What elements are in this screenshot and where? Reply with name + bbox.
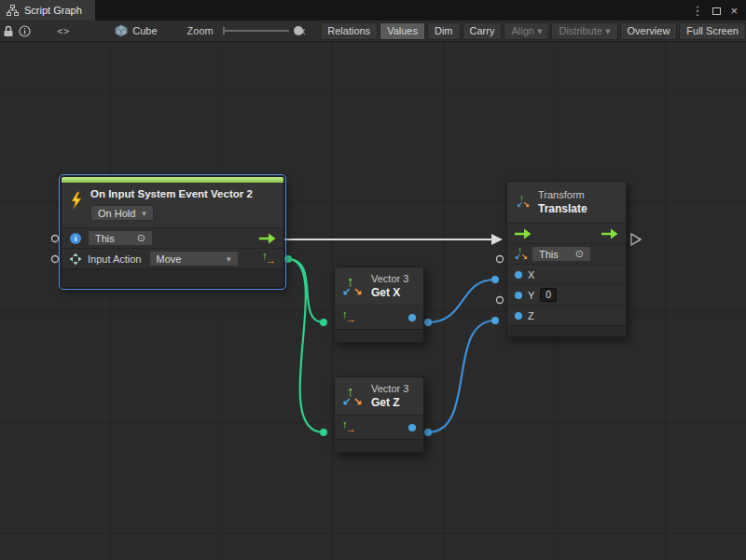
transform-this-dropdown[interactable]: This ⊙ [532,246,591,262]
getz-input-dot[interactable] [320,429,327,436]
getx-node-header: ↑ ↙ ↘ Vector 3 Get X [335,267,423,305]
event-node-title: On Input System Event Vector 2 [90,188,253,199]
axis-down-right-arrow-icon: ↘ [523,201,530,209]
vector2-output-port-icon[interactable]: ↑ → [262,252,276,266]
transform-flow-row [507,223,626,243]
node-vector3-get-z[interactable]: ↑ ↙ ↘ Vector 3 Get Z ↑ → [334,376,424,453]
transform-y-row: Y 0 [507,284,626,305]
axis-down-left-arrow-icon: ↙ [342,286,351,296]
toolbar-button-distribute[interactable]: Distribute ▾ [551,22,617,40]
vector2-output-dot[interactable] [284,255,292,263]
tab-script-graph[interactable]: Script Graph [0,0,95,20]
target-icon: ⊙ [137,232,145,244]
wire-vector2-to-getz[interactable] [288,259,324,432]
graph-toolbar: <> Cube Zoom 1x Relations Values Dim Car… [0,20,746,42]
transform-z-input-dot[interactable] [491,317,499,324]
axis-right-arrow-icon: → [346,314,356,324]
vector3-icon: ↑ ↙ ↘ [342,385,363,407]
target-object-chip[interactable]: Cube [115,24,157,37]
transform-y-port-circle[interactable] [497,297,504,304]
flow-output-port[interactable] [601,228,618,239]
toolbar-buttons: Relations Values Dim Carry Align ▾ Distr… [320,22,746,40]
z-input-port[interactable] [515,312,522,320]
vector3-input-port-icon[interactable]: ↑ → [342,420,356,434]
event-action-port-circle[interactable] [52,256,59,263]
y-port-label: Y [528,290,534,301]
getz-type: Vector 3 [371,383,408,394]
kebab-menu-icon[interactable]: ⋮ [691,5,703,17]
toolbar-button-values[interactable]: Values [380,22,425,40]
z-output-port[interactable] [408,424,416,431]
zoom-slider-track[interactable] [223,30,289,32]
cube-icon [115,24,128,37]
transform-this-port-circle[interactable] [497,256,504,263]
input-action-value: Move [157,253,182,265]
toolbar-button-relations[interactable]: Relations [320,22,378,40]
input-action-label: Input Action [88,253,142,265]
info-glyph [19,25,31,37]
x-input-port[interactable] [515,271,522,279]
getx-node-footer [335,329,423,342]
node-vector3-get-x[interactable]: ↑ ↙ ↘ Vector 3 Get X ↑ → [334,266,424,343]
getx-operation: Get X [371,286,408,299]
z-port-label: Z [528,310,534,321]
target-icon: ⊙ [575,248,584,260]
window-controls: ⋮ × [691,0,746,20]
flow-output-port[interactable] [259,233,276,244]
transform-category: Transform [538,189,587,200]
input-action-dropdown[interactable]: Move ▾ [149,251,239,266]
zoom-slider-thumb[interactable] [294,26,303,35]
unity-graph-window: Script Graph ⋮ × <> [0,0,746,560]
maximize-square [712,7,721,15]
node-transform-translate[interactable]: ↑ ↙ ↘ Transform Translate [506,181,627,337]
toolbar-button-dim[interactable]: Dim [427,22,461,40]
toolbar-button-fullscreen[interactable]: Full Screen [679,22,746,40]
maximize-icon[interactable] [712,5,721,17]
zoom-slider[interactable] [223,25,289,36]
transform-z-row: Z [507,305,626,325]
y-input-port[interactable] [515,292,522,299]
transform-header-text: Transform Translate [538,189,587,215]
getz-output-dot[interactable] [424,429,432,436]
axis-down-right-arrow-icon: ↘ [521,253,528,261]
wire-getx-to-x[interactable] [428,280,495,322]
wire-vector2-to-getx[interactable] [288,259,324,322]
close-icon[interactable]: × [730,5,738,17]
event-this-dropdown[interactable]: This ⊙ [88,230,153,246]
event-mode-dropdown[interactable]: On Hold ▾ [90,205,154,221]
axis-right-arrow-icon: → [266,255,276,266]
axis-right-arrow-icon: → [346,424,356,434]
info-icon[interactable] [17,20,34,41]
vector3-input-port-icon[interactable]: ↑ → [342,310,356,324]
tab-label: Script Graph [24,5,82,16]
toolbar-button-align[interactable]: Align ▾ [504,22,549,40]
lock-glyph [3,25,14,37]
transform-x-input-dot[interactable] [491,276,499,283]
axis-down-left-arrow-icon: ↙ [342,396,351,406]
script-graph-icon [7,5,19,16]
x-output-port[interactable] [408,314,416,321]
graph-canvas[interactable]: On Input System Event Vector 2 On Hold ▾… [0,42,746,560]
transform-x-row: X [507,264,626,284]
getz-port-row: ↑ → [335,415,423,439]
axis-down-right-arrow-icon: ↘ [353,396,362,406]
event-header-text: On Input System Event Vector 2 On Hold ▾ [90,188,253,221]
event-this-port-circle[interactable] [52,236,59,242]
run-indicator-icon [631,234,641,245]
flow-input-port[interactable] [515,228,532,239]
toolbar-button-carry[interactable]: Carry [463,22,503,40]
transform-node-header: ↑ ↙ ↘ Transform Translate [507,182,626,223]
axis-down-left-arrow-icon: ↙ [517,201,523,209]
getx-input-dot[interactable] [320,319,327,326]
code-view-icon[interactable]: <> [56,20,73,41]
getx-output-dot[interactable] [424,319,432,326]
wire-getz-to-z[interactable] [428,321,495,432]
getx-header-text: Vector 3 Get X [371,273,408,299]
node-on-input-system-event[interactable]: On Input System Event Vector 2 On Hold ▾… [61,176,284,288]
toolbar-button-overview[interactable]: Overview [620,22,678,40]
event-this-value: This [95,233,115,244]
y-value-field[interactable]: 0 [540,288,557,302]
lock-icon[interactable] [0,20,17,41]
axis-down-left-arrow-icon: ↙ [515,253,521,261]
target-object-name: Cube [132,25,157,36]
